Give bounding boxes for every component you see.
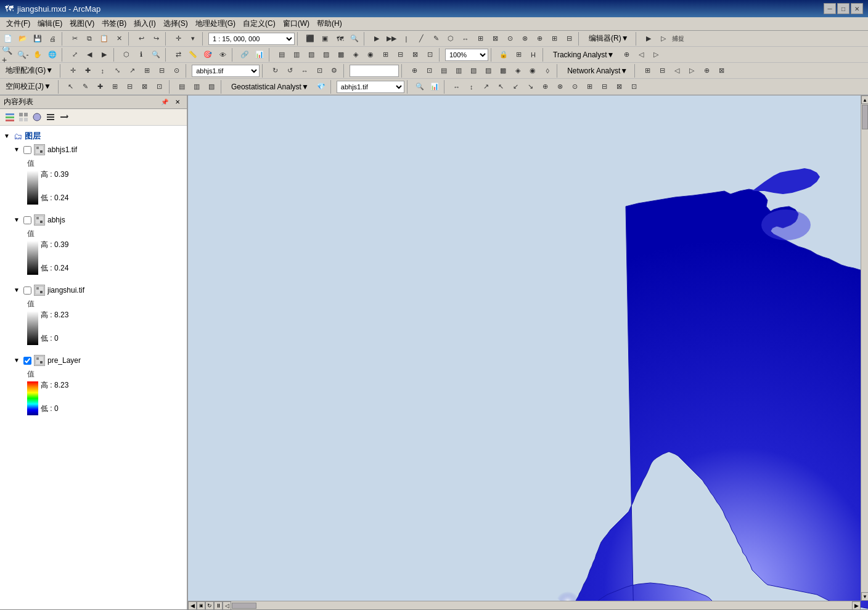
- layer-abhjs1-checkbox[interactable]: [23, 146, 31, 154]
- scroll-left-page-btn[interactable]: ◁: [223, 601, 231, 610]
- next-extent-btn[interactable]: ▶: [97, 48, 111, 62]
- menu-edit[interactable]: 编辑(E): [34, 17, 66, 30]
- tb3-b6[interactable]: ▨: [481, 64, 495, 78]
- na-b3[interactable]: ◁: [670, 64, 684, 78]
- raster-b10[interactable]: ⊗: [554, 80, 567, 94]
- raster-b12[interactable]: ⊞: [583, 80, 597, 94]
- menu-window[interactable]: 窗口(W): [279, 17, 313, 30]
- sa-b7[interactable]: ▧: [205, 80, 218, 94]
- raster-select[interactable]: abhjs1.tif: [337, 81, 404, 93]
- geostatistical-dropdown[interactable]: Geostatistical Analyst▼: [227, 81, 313, 93]
- zoom-dropdown[interactable]: 100%: [445, 49, 488, 61]
- tb-btn-a2[interactable]: ▶▶: [385, 32, 398, 46]
- tb-edit-1[interactable]: ▶: [642, 32, 655, 46]
- raster-b5[interactable]: ↗: [480, 80, 493, 94]
- viewshed-btn[interactable]: 👁: [216, 48, 229, 62]
- georef-b4[interactable]: ⊞: [140, 64, 154, 78]
- tb-capture[interactable]: 捕捉: [671, 32, 685, 46]
- layer-pre-checkbox[interactable]: [23, 357, 31, 365]
- layer-extent-btn[interactable]: ▣: [318, 32, 332, 46]
- scale-dropdown[interactable]: 1 : 15, 000, 000: [208, 33, 295, 45]
- raster-b14[interactable]: ⊠: [613, 80, 626, 94]
- add-data-dropdown[interactable]: ▾: [186, 32, 200, 46]
- ta-nav2-btn[interactable]: ▷: [649, 48, 663, 62]
- tb2-h1[interactable]: H: [526, 48, 540, 62]
- spatial-adj-dropdown[interactable]: 空间校正(J)▼: [1, 79, 55, 94]
- tracking-analyst-dropdown[interactable]: Tracking Analyst▼: [549, 49, 618, 61]
- toc-list-btn3[interactable]: [31, 111, 43, 123]
- tb-btn-a9[interactable]: ⊠: [488, 32, 502, 46]
- raster-b6[interactable]: ↖: [494, 80, 508, 94]
- layer-select[interactable]: abhjs1.tif: [192, 65, 260, 77]
- scroll-down-btn[interactable]: ▼: [861, 592, 868, 601]
- tb-btn-a1[interactable]: ▶: [370, 32, 383, 46]
- tb3-b8[interactable]: ◈: [511, 64, 525, 78]
- tb-btn-a14[interactable]: ⊟: [562, 32, 576, 46]
- sa-arrow[interactable]: ↖: [64, 80, 78, 94]
- tb3-b5[interactable]: ▧: [467, 64, 480, 78]
- sa-b2[interactable]: ⊟: [123, 80, 137, 94]
- tb-btn-a5[interactable]: ✎: [429, 32, 443, 46]
- globe-btn[interactable]: 🌐: [46, 48, 59, 62]
- scroll-pause-btn[interactable]: ⏸: [214, 601, 223, 610]
- pan-btn[interactable]: ✋: [31, 48, 44, 62]
- tb2-btn6[interactable]: ◈: [349, 48, 362, 62]
- sa-b5[interactable]: ▤: [175, 80, 189, 94]
- raster-b7[interactable]: ↙: [509, 80, 523, 94]
- maximize-button[interactable]: □: [837, 3, 850, 14]
- copy-button[interactable]: ⧉: [83, 32, 96, 46]
- georef-flip[interactable]: ↔: [298, 64, 311, 78]
- toc-list-btn4[interactable]: [44, 111, 57, 123]
- tb3-b4[interactable]: ▥: [452, 64, 465, 78]
- select-btn[interactable]: ⬡: [120, 48, 133, 62]
- georef-b3[interactable]: ↗: [125, 64, 139, 78]
- find-btn[interactable]: 🔍: [348, 32, 361, 46]
- layer-jiangshui-checkbox[interactable]: [23, 287, 31, 295]
- save-button[interactable]: 💾: [31, 32, 44, 46]
- scroll-up-btn[interactable]: ▲: [861, 96, 868, 104]
- georef-add-ctrl[interactable]: ✛: [66, 64, 80, 78]
- menu-help[interactable]: 帮助(H): [313, 17, 346, 30]
- tb-btn-a12[interactable]: ⊕: [533, 32, 546, 46]
- georef-dropdown[interactable]: 地理配准(G)▼: [1, 63, 57, 78]
- georef-rotate2[interactable]: ↺: [283, 64, 297, 78]
- raster-b15[interactable]: ⊡: [628, 80, 641, 94]
- map-extent-btn[interactable]: ⬛: [303, 32, 317, 46]
- na-b1[interactable]: ⊞: [641, 64, 654, 78]
- menu-insert[interactable]: 插入(I): [130, 17, 159, 30]
- sa-add[interactable]: ✚: [94, 80, 107, 94]
- tb-btn-a8[interactable]: ⊞: [473, 32, 487, 46]
- georef-props[interactable]: ⚙: [327, 64, 341, 78]
- tb-edit-2[interactable]: ▷: [657, 32, 670, 46]
- raster-b8[interactable]: ↘: [524, 80, 538, 94]
- raster-b11[interactable]: ⊙: [568, 80, 582, 94]
- raster-b1[interactable]: 🔍: [413, 80, 427, 94]
- menu-file[interactable]: 文件(F): [2, 17, 34, 30]
- na-b4[interactable]: ▷: [685, 64, 698, 78]
- menu-bookmark[interactable]: 书签(B): [98, 17, 130, 30]
- tb2-lock2[interactable]: ⊞: [512, 48, 525, 62]
- v-scroll-thumb[interactable]: [862, 105, 868, 129]
- tb-btn-a10[interactable]: ⊙: [503, 32, 517, 46]
- georef-b6[interactable]: ⊙: [170, 64, 183, 78]
- raster-b13[interactable]: ⊟: [598, 80, 612, 94]
- georef-b1[interactable]: ↕: [96, 64, 109, 78]
- tb2-btn8[interactable]: ⊞: [379, 48, 392, 62]
- tb2-btn2[interactable]: ▥: [290, 48, 303, 62]
- tb-btn-a7[interactable]: ↔: [459, 32, 472, 46]
- menu-view[interactable]: 视图(V): [66, 17, 98, 30]
- tb-btn-a6[interactable]: ⬡: [444, 32, 457, 46]
- tb3-b9[interactable]: ◉: [526, 64, 539, 78]
- ta-plus-btn[interactable]: ⊕: [620, 48, 633, 62]
- tb2-btn10[interactable]: ⊠: [408, 48, 422, 62]
- ta-nav-btn[interactable]: ◁: [634, 48, 648, 62]
- hyperlink-btn[interactable]: 🔗: [238, 48, 252, 62]
- na-b2[interactable]: ⊟: [655, 64, 669, 78]
- menu-select[interactable]: 选择(S): [160, 17, 192, 30]
- layer-pre-header[interactable]: ▼ pre_Layer: [10, 354, 187, 367]
- layer-abhjs-header[interactable]: ▼ abhjs: [10, 213, 187, 227]
- editor-dropdown[interactable]: 编辑器(R)▼: [584, 31, 633, 46]
- georef-move[interactable]: ✚: [81, 64, 94, 78]
- scroll-right-btn[interactable]: ▶: [852, 601, 861, 610]
- scroll-refresh-btn[interactable]: ↻: [205, 601, 214, 610]
